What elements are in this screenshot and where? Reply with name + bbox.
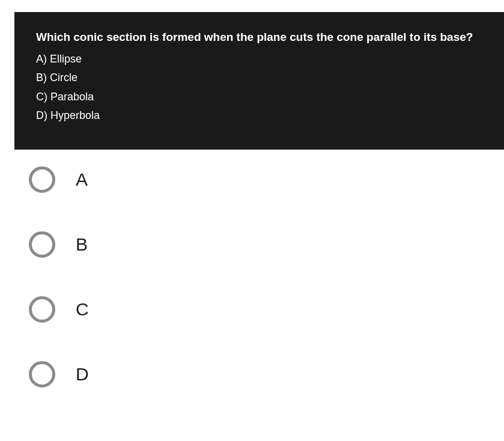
question-panel: Which conic section is formed when the p… xyxy=(14,12,504,150)
answer-label-d: D xyxy=(76,365,89,383)
question-choice-d: D) Hyperbola xyxy=(36,106,487,126)
question-prompt: Which conic section is formed when the p… xyxy=(36,29,487,46)
answer-label-b: B xyxy=(76,236,88,254)
answer-options: A B C D xyxy=(0,150,504,388)
question-choice-c: C) Parabola xyxy=(36,88,487,107)
radio-icon xyxy=(29,166,55,193)
question-choice-a: A) Ellipse xyxy=(36,50,487,69)
radio-icon xyxy=(29,296,55,323)
question-choice-b: B) Circle xyxy=(36,68,487,88)
radio-icon xyxy=(29,361,55,388)
answer-label-c: C xyxy=(76,300,89,318)
answer-option-a[interactable]: A xyxy=(29,166,504,193)
radio-icon xyxy=(29,231,55,258)
answer-label-a: A xyxy=(76,171,88,189)
answer-option-c[interactable]: C xyxy=(29,296,504,323)
answer-option-d[interactable]: D xyxy=(29,361,504,388)
answer-option-b[interactable]: B xyxy=(29,231,504,258)
